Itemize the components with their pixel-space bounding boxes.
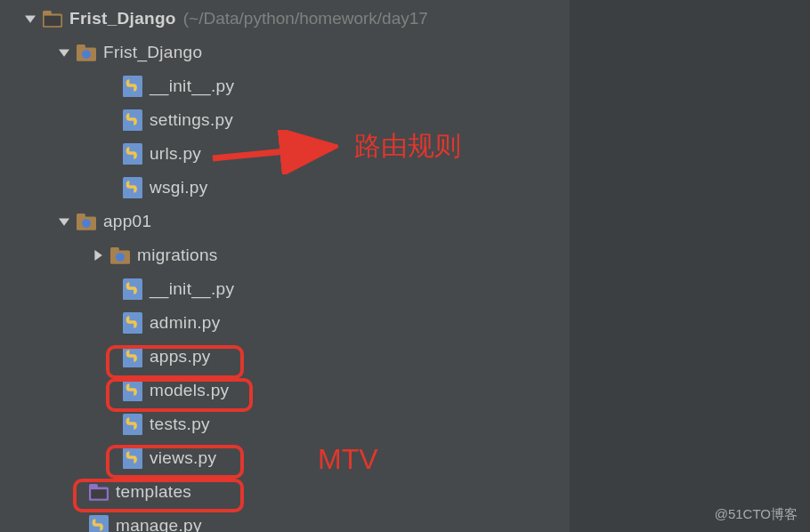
svg-point-15 — [82, 219, 91, 228]
file-label: tests.py — [150, 415, 210, 434]
svg-rect-3 — [45, 16, 61, 27]
python-file-icon — [123, 178, 142, 197]
chevron-down-icon[interactable] — [55, 213, 73, 230]
svg-rect-27 — [89, 484, 98, 488]
tree-node-manage[interactable]: manage.py — [0, 509, 570, 532]
python-file-icon — [89, 516, 109, 532]
chevron-down-icon[interactable] — [21, 10, 39, 28]
file-label: wsgi.py — [150, 178, 207, 197]
pkg-label: Frist_Django — [103, 43, 202, 62]
python-package-icon — [77, 212, 96, 231]
templates-folder-icon — [89, 482, 109, 502]
python-file-icon — [123, 313, 142, 333]
tree-node-admin[interactable]: admin.py — [0, 306, 570, 340]
file-label: manage.py — [116, 516, 202, 532]
file-label: __init__.py — [150, 279, 234, 299]
svg-point-7 — [82, 50, 91, 59]
tree-node-settings[interactable]: settings.py — [0, 103, 570, 137]
svg-rect-18 — [110, 247, 119, 252]
chevron-down-icon[interactable] — [55, 44, 73, 61]
tree-node-root[interactable]: Frist_Django (~/Data/python/homework/day… — [0, 2, 570, 36]
tree-node-templates[interactable]: templates — [0, 475, 570, 509]
tree-node-wsgi[interactable]: wsgi.py — [0, 171, 570, 205]
folder-icon — [43, 9, 62, 28]
python-file-icon — [123, 77, 142, 96]
python-file-icon — [123, 144, 142, 164]
file-label: apps.py — [150, 347, 211, 367]
folder-label: templates — [116, 482, 191, 502]
file-label: urls.py — [150, 144, 201, 164]
file-label: __init__.py — [150, 77, 234, 96]
project-tree-panel: Frist_Django (~/Data/python/homework/day… — [0, 0, 570, 532]
tree-node-views[interactable]: views.py — [0, 441, 570, 475]
file-label: admin.py — [150, 313, 221, 333]
watermark-text: @51CTO博客 — [715, 506, 798, 523]
python-package-icon — [110, 246, 130, 265]
tree-node-app[interactable]: app01 — [0, 205, 570, 238]
tree-node-app-init[interactable]: __init__.py — [0, 272, 570, 306]
app-label: app01 — [103, 212, 151, 231]
svg-rect-14 — [77, 214, 85, 218]
python-file-icon — [123, 381, 142, 400]
annotation-mtv: MTV — [318, 443, 378, 476]
tree-node-tests[interactable]: tests.py — [0, 407, 570, 441]
python-file-icon — [123, 415, 142, 434]
chevron-right-icon[interactable] — [89, 246, 107, 264]
root-path: (~/Data/python/homework/day17 — [183, 9, 428, 28]
svg-point-19 — [116, 253, 125, 262]
python-file-icon — [123, 347, 142, 367]
root-label: Frist_Django — [69, 9, 176, 28]
python-package-icon — [77, 43, 96, 62]
tree-node-migrations[interactable]: migrations — [0, 238, 570, 272]
tree-node-init[interactable]: __init__.py — [0, 69, 570, 103]
svg-rect-28 — [91, 489, 107, 498]
file-label: views.py — [150, 448, 216, 468]
python-file-icon — [123, 448, 142, 468]
annotation-routing: 路由规则 — [354, 128, 461, 165]
tree-node-pkg[interactable]: Frist_Django — [0, 36, 570, 69]
python-file-icon — [123, 110, 142, 130]
tree-node-urls[interactable]: urls.py — [0, 137, 570, 171]
svg-marker-12 — [59, 218, 69, 225]
tree-node-models[interactable]: models.py — [0, 374, 570, 407]
svg-rect-2 — [43, 11, 52, 15]
svg-marker-0 — [25, 15, 36, 22]
svg-marker-4 — [59, 49, 69, 56]
python-file-icon — [123, 279, 142, 299]
svg-rect-6 — [77, 44, 85, 49]
svg-marker-16 — [94, 250, 101, 261]
file-label: settings.py — [150, 110, 233, 130]
folder-label: migrations — [137, 246, 218, 265]
file-label: models.py — [150, 381, 229, 400]
tree-node-apps[interactable]: apps.py — [0, 340, 570, 374]
